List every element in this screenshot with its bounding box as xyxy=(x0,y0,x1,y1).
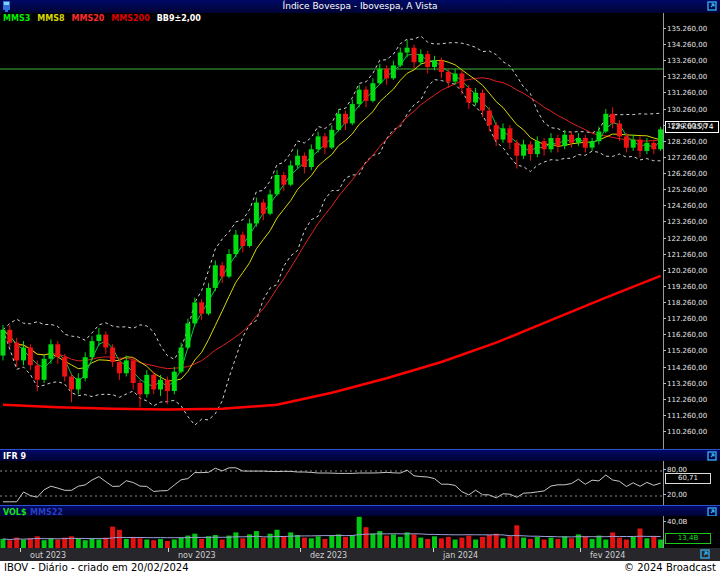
volume-bar xyxy=(48,538,53,548)
volume-bar xyxy=(453,540,458,549)
candlestick-chart[interactable] xyxy=(0,13,663,449)
volume-bar xyxy=(158,539,163,548)
candle-body xyxy=(309,149,314,167)
volume-bar xyxy=(569,538,574,548)
price-tick: 110.260,00 xyxy=(667,428,707,436)
volume-bar xyxy=(370,534,375,548)
month-label: dez 2023 xyxy=(310,551,347,560)
title-bar: Índice Bovespa - Ibovespa, A Vista xyxy=(0,0,720,13)
status-chart-info: IBOV - Diário - criado em 20/02/2024 xyxy=(4,561,189,575)
mms8-line xyxy=(3,60,661,381)
price-tick: 121.260,00 xyxy=(667,251,707,259)
volume-bar xyxy=(603,540,608,549)
candle-body xyxy=(138,383,143,394)
candle-body xyxy=(357,90,362,105)
candle-body xyxy=(514,143,519,156)
candle-body xyxy=(425,54,430,67)
price-tick: 117.260,00 xyxy=(667,315,707,323)
volume-bar xyxy=(254,531,259,548)
volume-bar xyxy=(631,537,636,548)
candle-body xyxy=(624,136,629,147)
volume-bar xyxy=(535,537,540,548)
candle-body xyxy=(384,69,389,79)
candle-body xyxy=(240,235,245,246)
volume-bar xyxy=(507,536,512,548)
candle-body xyxy=(192,302,197,323)
volume-bar xyxy=(316,536,321,548)
candle-body xyxy=(227,254,232,277)
ifr-line-chart[interactable] xyxy=(0,461,663,505)
ifr-axis: 80,00 60,71 20,00 xyxy=(663,461,720,505)
volume-bar xyxy=(302,538,307,548)
volume-bar xyxy=(487,535,492,548)
volume-bar xyxy=(288,532,293,548)
volume-current-value: 13,4B xyxy=(665,533,711,544)
ifr-panel: 80,00 60,71 20,00 xyxy=(0,461,720,505)
candle-body xyxy=(644,143,649,151)
month-label: jan 2024 xyxy=(443,551,478,560)
candle-body xyxy=(535,141,540,154)
volume-bar xyxy=(28,538,33,548)
candle-body xyxy=(446,72,451,82)
price-tick: 115.260,00 xyxy=(667,347,707,355)
candle-body xyxy=(590,141,595,147)
ifr-current-value: 60,71 xyxy=(665,473,711,484)
volume-bar xyxy=(233,532,238,548)
month-tick xyxy=(20,548,21,552)
volume-bar xyxy=(42,540,47,548)
candle-body xyxy=(501,128,506,139)
volume-bar xyxy=(521,538,526,548)
candle-body xyxy=(507,128,512,143)
candle-body xyxy=(596,132,601,142)
expand-icon-titlebar[interactable] xyxy=(707,1,717,11)
volume-bar xyxy=(55,540,60,549)
candle-body xyxy=(480,93,485,111)
candle-body xyxy=(432,61,437,67)
candle-body xyxy=(549,138,554,149)
candle-body xyxy=(281,175,286,185)
price-tick: 114.260,00 xyxy=(667,364,707,372)
candle-body xyxy=(288,165,293,184)
month-label: out 2023 xyxy=(30,551,66,560)
candle-body xyxy=(398,53,403,66)
volume-bar xyxy=(240,538,245,548)
volume-bar xyxy=(514,525,519,548)
candle-body xyxy=(90,341,95,357)
volume-bar xyxy=(96,540,101,549)
candle-body xyxy=(220,265,225,276)
volume-panel: 40,0B 13,4B xyxy=(0,516,720,548)
candle-body xyxy=(583,138,588,148)
price-axis: 129.035,74 135.260,00134.260,00133.260,0… xyxy=(663,13,720,449)
candle-body xyxy=(302,156,307,167)
mms20-line xyxy=(3,78,661,369)
date-axis: out 2023nov 2023dez 2023jan 2024fev 2024 xyxy=(0,548,720,561)
candle-body xyxy=(213,265,218,288)
volume-bar xyxy=(206,536,211,548)
price-tick: 119.260,00 xyxy=(667,283,707,291)
volume-bar xyxy=(261,538,266,548)
volume-bar xyxy=(644,538,649,548)
candle-body xyxy=(528,144,533,154)
candle-body xyxy=(83,357,88,378)
volume-bar xyxy=(398,537,403,548)
candle-body xyxy=(453,74,458,82)
expand-icon-dateaxis[interactable] xyxy=(700,549,710,559)
candle-body xyxy=(343,114,348,124)
volume-bar xyxy=(336,534,341,548)
trading-terminal-window: Índice Bovespa - Ibovespa, A Vista MMS3M… xyxy=(0,0,720,575)
legend-item-bb9200: BB9±2,00 xyxy=(157,14,201,23)
volume-bar xyxy=(364,527,369,548)
candle-body xyxy=(466,88,471,103)
volume-bar xyxy=(144,540,149,549)
expand-icon-ifr[interactable] xyxy=(707,451,717,461)
candle-body xyxy=(7,330,12,343)
candle-body xyxy=(377,69,382,84)
candle-body xyxy=(21,348,26,361)
volume-bar-chart[interactable] xyxy=(0,516,663,548)
candle-body xyxy=(35,365,40,380)
candle-body xyxy=(473,93,478,103)
volume-axis: 40,0B 13,4B xyxy=(663,516,720,548)
volume-bar xyxy=(295,535,300,548)
volume-bar xyxy=(138,538,143,548)
volume-bar xyxy=(583,536,588,548)
